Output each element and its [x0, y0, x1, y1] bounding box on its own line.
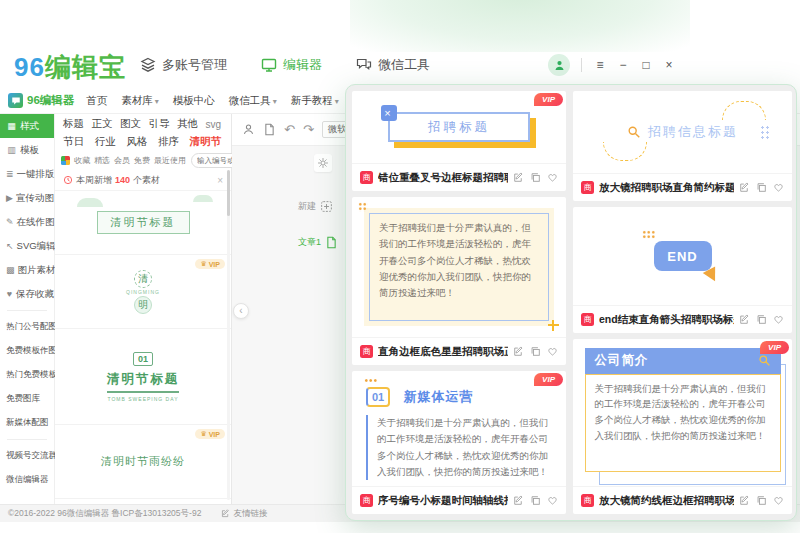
sidebar-item-hot-free-templates[interactable]: 热门免费模板 [0, 363, 54, 387]
favorite-icon[interactable] [547, 346, 558, 357]
preview-text: 招聘标题 [428, 119, 490, 136]
new-label: 新建 [298, 200, 316, 213]
cat-industry[interactable]: 行业 [95, 135, 116, 149]
sidebar-item-image-material[interactable]: ▩图片素材 [0, 258, 54, 282]
settings-gear-button[interactable] [314, 154, 332, 172]
favorite-icon[interactable] [773, 314, 784, 325]
cat-qingming[interactable]: 清明节 [190, 135, 222, 149]
favorite-icon[interactable] [547, 495, 558, 506]
copy-icon[interactable] [530, 495, 541, 506]
edit-icon[interactable] [513, 172, 524, 183]
nav-beginner-tutorial[interactable]: 新手教程 [291, 94, 339, 108]
template-card-yellow-body[interactable]: 关于招聘我们是十分严肃认真的，但我们的工作环境是活泼轻松的，虎年开春公司多个岗位… [352, 197, 566, 365]
site-logo[interactable]: 96编辑器 [8, 93, 74, 108]
sidebar-label: 微信编辑器 [6, 474, 49, 486]
style-preview-qingming-numbered[interactable]: 01 清明节标题 TOMB SWEEPING DAY [55, 329, 231, 425]
tab-multi-account[interactable]: 多账号管理 [140, 56, 227, 74]
style-preview-qingming-title[interactable]: 清明节标题 [55, 191, 231, 255]
notice-close-icon[interactable]: × [217, 175, 223, 186]
card-title: 放大镜简约线框边框招聘职场正文错 [599, 494, 734, 508]
sidebar-item-svg-edit[interactable]: ↖SVG编辑 [0, 234, 54, 258]
nav-template-center[interactable]: 模板中心 [173, 94, 215, 108]
sidebar-item-hot-account-images[interactable]: 热门公号配图 [0, 315, 54, 339]
maximize-button[interactable]: □ [639, 58, 653, 72]
template-card-numbered-timeline[interactable]: VIP 01 新媒体运营 关于招聘我们是十分严肃认真的，但我们的工作环境是活泼轻… [352, 371, 566, 514]
cat-image-text[interactable]: 图文 [120, 117, 141, 131]
scrollbar-thumb[interactable] [227, 170, 230, 216]
style-preview-qingming-circles[interactable]: ♛VIP 清 QINGMING 明 [55, 255, 231, 329]
minimize-button[interactable]: − [616, 58, 630, 72]
edit-icon[interactable] [513, 495, 524, 506]
site-logo-icon [8, 93, 23, 108]
cat-festival[interactable]: 节日 [63, 135, 84, 149]
notice-prefix: 本周新增 [76, 174, 112, 187]
copyright-text: ©2016-2022 96微信编辑器 鲁ICP备13013205号-92 [8, 508, 201, 520]
sidebar-item-video-group[interactable]: 视频号交流群 [0, 444, 54, 468]
user-avatar[interactable] [548, 54, 570, 76]
nav-home[interactable]: 首页 [86, 94, 107, 108]
copy-icon[interactable] [756, 495, 767, 506]
filter-free[interactable]: 免费 [134, 155, 150, 166]
cat-body[interactable]: 正文 [91, 117, 112, 131]
menu-button[interactable]: ≡ [593, 58, 607, 72]
nav-wechat-tools[interactable]: 微信工具 [229, 94, 277, 108]
tab-editor[interactable]: 编辑器 [261, 56, 322, 74]
sidebar-item-free-template-drawing[interactable]: 免费模板作图 [0, 339, 54, 363]
template-card-end-arrow[interactable]: END 商 end结束直角箭头招聘职场标题 [573, 207, 792, 333]
document-icon[interactable] [263, 123, 276, 136]
tab-wechat-tools[interactable]: 微信工具 [356, 56, 430, 74]
sidebar-item-wechat-editor[interactable]: 微信编辑器 [0, 468, 54, 492]
copy-icon[interactable] [530, 172, 541, 183]
edit-icon[interactable] [513, 346, 524, 357]
template-card-cross-border-title[interactable]: VIP 招聘标题 商 错位重叠叉号边框标题招聘职场 [352, 91, 566, 191]
close-button[interactable]: × [662, 58, 676, 72]
sidebar-item-one-key-layout[interactable]: ≣一键排版 [0, 162, 54, 186]
undo-icon[interactable]: ↶ [284, 122, 295, 137]
filter-featured[interactable]: 精选 [94, 155, 110, 166]
cat-svg[interactable]: svg [205, 119, 221, 130]
copy-icon[interactable] [756, 314, 767, 325]
sidebar-item-new-media-images[interactable]: 新媒体配图 [0, 411, 54, 435]
cat-style[interactable]: 风格 [126, 135, 147, 149]
color-grid-icon[interactable] [61, 156, 70, 165]
style-preview-qingming-rain[interactable]: ♛VIP 清明时节雨纷纷 [55, 425, 231, 499]
cat-title[interactable]: 标题 [63, 117, 84, 131]
member-icon[interactable] [242, 123, 255, 136]
article-1-button[interactable]: 文章1 [298, 236, 338, 249]
filter-member[interactable]: 会员 [114, 155, 130, 166]
panel-collapse-button[interactable]: ‹ [233, 303, 249, 319]
sidebar-item-online-drawing[interactable]: ✎在线作图 [0, 210, 54, 234]
sidebar-label: 图片素材 [18, 264, 56, 277]
card-preview: VIP 01 新媒体运营 关于招聘我们是十分严肃认真的，但我们的工作环境是活泼轻… [352, 371, 566, 486]
favorite-icon[interactable] [547, 172, 558, 183]
sidebar-item-template[interactable]: ▥模板 [0, 138, 54, 162]
edit-icon[interactable] [739, 182, 750, 193]
commercial-badge: 商 [581, 181, 594, 194]
cat-guide[interactable]: 引导 [148, 117, 169, 131]
card-actions [739, 495, 784, 506]
copy-icon[interactable] [756, 182, 767, 193]
copy-icon[interactable] [530, 346, 541, 357]
cat-other[interactable]: 其他 [177, 117, 198, 131]
intro-header: 公司简介 [585, 348, 781, 374]
sidebar-item-promo-gif[interactable]: ▶宣传动图 [0, 186, 54, 210]
template-card-company-intro[interactable]: VIP 公司简介 关于招聘我们是十分严肃认真的，但我们的工作环境是活泼轻松的，虎… [573, 339, 792, 514]
sidebar-item-style[interactable]: ▦样式 [0, 114, 54, 138]
preview-title-box: 清明节标题 [97, 211, 190, 234]
filter-favorite[interactable]: 收藏 [74, 155, 90, 166]
favorite-icon[interactable] [773, 182, 784, 193]
sidebar-item-free-gallery[interactable]: 免费图库 [0, 387, 54, 411]
new-article-button[interactable]: 新建 [298, 200, 333, 213]
commercial-badge: 商 [581, 494, 594, 507]
nav-material-library[interactable]: 素材库 [121, 94, 159, 108]
edit-icon[interactable] [739, 314, 750, 325]
edit-icon[interactable] [739, 495, 750, 506]
card-title: end结束直角箭头招聘职场标题 [599, 313, 734, 327]
template-card-magnifier-title[interactable]: 招聘信息标题 商 放大镜招聘职场直角简约标题 [573, 91, 792, 201]
filter-recent[interactable]: 最近使用 [154, 155, 186, 166]
sidebar-item-favorites[interactable]: ♥保存收藏 [0, 282, 54, 306]
friend-links[interactable]: 友情链接 [221, 508, 267, 520]
favorite-icon[interactable] [773, 495, 784, 506]
cat-sort[interactable]: 排序 [158, 135, 179, 149]
redo-icon[interactable]: ↷ [303, 122, 314, 137]
